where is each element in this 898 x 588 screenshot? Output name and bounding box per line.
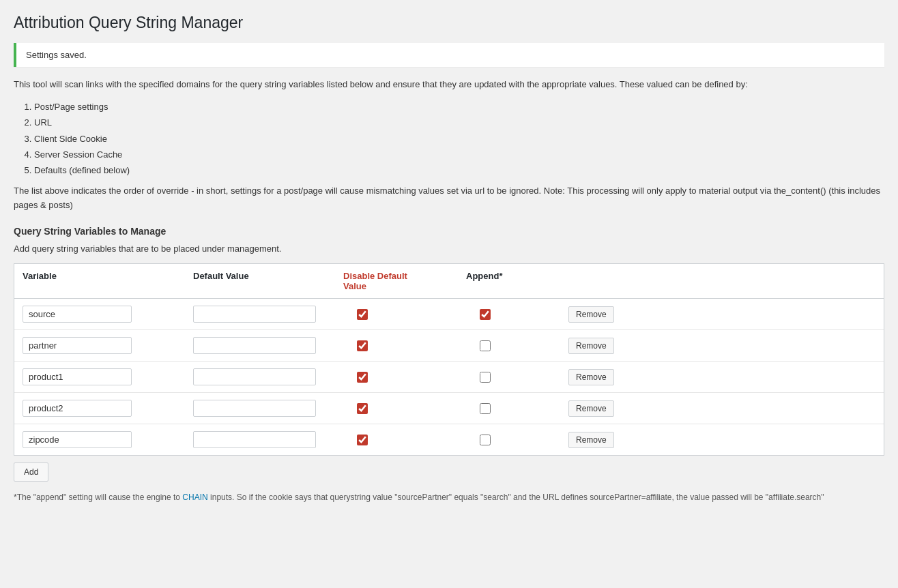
table-header: Variable Default Value Disable DefaultVa… — [14, 264, 884, 299]
append-cell — [466, 403, 568, 414]
disable-default-cell — [343, 309, 466, 320]
disable-default-cell — [343, 435, 466, 445]
table-row: Remove — [14, 393, 884, 424]
variable-input[interactable] — [23, 400, 132, 417]
table-row: Remove — [14, 362, 884, 393]
note-text: The list above indicates the order of ov… — [14, 184, 884, 213]
table-row: Remove — [14, 330, 884, 362]
remove-cell: Remove — [568, 306, 650, 323]
section-title: Query String Variables to Manage — [14, 226, 884, 237]
variable-cell — [23, 400, 193, 417]
default-value-input[interactable] — [193, 400, 316, 417]
col-variable: Variable — [23, 271, 193, 291]
settings-notice: Settings saved. — [14, 43, 884, 67]
default-value-cell — [193, 306, 343, 323]
append-checkbox[interactable] — [480, 309, 491, 320]
default-value-cell — [193, 368, 343, 385]
remove-cell: Remove — [568, 369, 650, 385]
disable-default-cell — [343, 372, 466, 383]
default-value-cell — [193, 400, 343, 417]
list-item-5: Defaults (defined below) — [34, 162, 884, 178]
col-action — [568, 271, 650, 291]
col-append: Append* — [466, 271, 568, 291]
disable-default-cell — [343, 340, 466, 351]
variable-cell — [23, 306, 193, 323]
default-value-input[interactable] — [193, 306, 316, 323]
add-button[interactable]: Add — [14, 462, 48, 482]
list-item-4: Server Session Cache — [34, 147, 884, 162]
variable-input[interactable] — [23, 431, 132, 448]
append-checkbox[interactable] — [480, 340, 491, 351]
disable-default-checkbox[interactable] — [357, 403, 368, 414]
append-cell — [466, 435, 568, 445]
append-checkbox[interactable] — [480, 435, 491, 445]
description-text: This tool will scan links with the speci… — [14, 78, 884, 92]
footer-note: *The "append" setting will cause the eng… — [14, 491, 884, 503]
disable-default-checkbox[interactable] — [357, 435, 368, 445]
remove-cell: Remove — [568, 400, 650, 417]
chain-word: CHAIN — [182, 493, 207, 502]
ordered-list: Post/Page settings URL Client Side Cooki… — [34, 99, 884, 179]
list-item-1: Post/Page settings — [34, 99, 884, 115]
disable-default-checkbox[interactable] — [357, 340, 368, 351]
variable-input[interactable] — [23, 337, 132, 354]
append-checkbox[interactable] — [480, 372, 491, 383]
list-item-2: URL — [34, 115, 884, 130]
default-value-cell — [193, 431, 343, 448]
variable-input[interactable] — [23, 368, 132, 385]
remove-button[interactable]: Remove — [568, 306, 614, 323]
remove-button[interactable]: Remove — [568, 338, 614, 354]
table-row: Remove — [14, 424, 884, 455]
variable-input[interactable] — [23, 306, 132, 323]
table-row: Remove — [14, 299, 884, 330]
col-disable-default: Disable DefaultValue — [343, 271, 466, 291]
append-cell — [466, 372, 568, 383]
default-value-input[interactable] — [193, 431, 316, 448]
variable-cell — [23, 431, 193, 448]
disable-default-cell — [343, 403, 466, 414]
remove-cell: Remove — [568, 338, 650, 354]
section-subtitle: Add query string variables that are to b… — [14, 244, 884, 254]
variables-table: Variable Default Value Disable DefaultVa… — [14, 263, 884, 456]
variable-cell — [23, 368, 193, 385]
default-value-cell — [193, 337, 343, 354]
col-default-value: Default Value — [193, 271, 343, 291]
append-cell — [466, 309, 568, 320]
append-cell — [466, 340, 568, 351]
variable-cell — [23, 337, 193, 354]
remove-button[interactable]: Remove — [568, 432, 614, 448]
disable-default-checkbox[interactable] — [357, 309, 368, 320]
remove-cell: Remove — [568, 432, 650, 448]
remove-button[interactable]: Remove — [568, 369, 614, 385]
list-item-3: Client Side Cookie — [34, 131, 884, 147]
page-title: Attribution Query String Manager — [14, 14, 884, 32]
disable-default-checkbox[interactable] — [357, 372, 368, 383]
default-value-input[interactable] — [193, 337, 316, 354]
append-checkbox[interactable] — [480, 403, 491, 414]
remove-button[interactable]: Remove — [568, 400, 614, 417]
default-value-input[interactable] — [193, 368, 316, 385]
